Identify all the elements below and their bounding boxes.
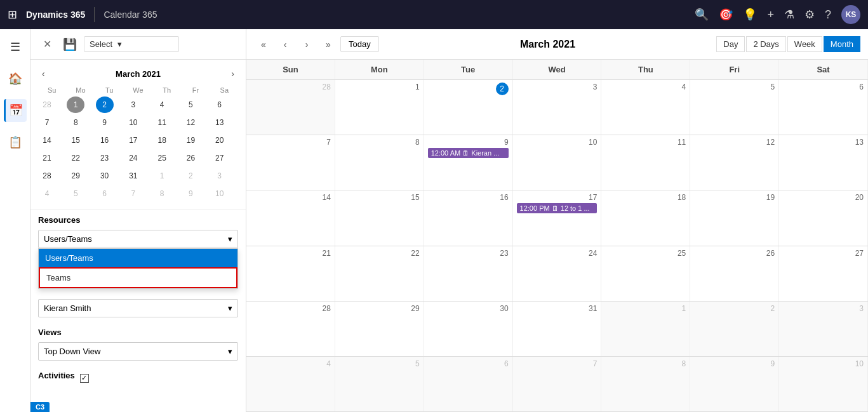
prev-month-button[interactable]: ‹ [38,67,49,80]
mini-day-10[interactable]: 10 [124,114,142,131]
search-icon[interactable]: 🔍 [695,8,709,22]
mini-day-6-next[interactable]: 6 [96,185,114,202]
cal-day-30[interactable]: 30 [424,302,513,356]
mini-day-4[interactable]: 4 [153,96,171,113]
mini-day-24[interactable]: 24 [124,150,142,166]
cal-day-8[interactable]: 8 [335,135,424,190]
cal-day-22[interactable]: 22 [335,246,424,301]
cal-day-4[interactable]: 4 [601,80,690,135]
view-week-button[interactable]: Week [787,36,822,52]
mini-day-3[interactable]: 3 [124,96,142,113]
cal-day-6[interactable]: 6 [779,80,868,135]
mini-day-26[interactable]: 26 [182,150,199,166]
mini-day-8[interactable]: 8 [67,114,84,131]
view-month-button[interactable]: Month [824,36,860,52]
mini-day-1-next[interactable]: 1 [153,168,171,184]
cal-day-18[interactable]: 18 [601,190,690,245]
cal-day-12[interactable]: 12 [690,135,779,190]
cal-day-17[interactable]: 17 12:00 PM 🗓 12 to 1 ... [513,190,602,245]
cal-day-10-next[interactable]: 10 [779,357,868,411]
resources-option-users-teams[interactable]: Users/Teams [39,249,237,267]
resources-option-teams[interactable]: Teams [39,267,237,288]
mini-day-28[interactable]: 28 [38,168,56,184]
today-button[interactable]: Today [340,36,379,52]
cal-day-2-next[interactable]: 2 [690,302,779,356]
next-month-button[interactable]: › [227,67,238,80]
mini-day-9[interactable]: 9 [96,114,114,131]
cal-day-16[interactable]: 16 [424,190,513,245]
cal-day-28-prev[interactable]: 28 [246,80,335,135]
mini-day-6[interactable]: 6 [211,96,229,113]
mini-day-2[interactable]: 2 [96,96,114,113]
settings-icon[interactable]: ⚙ [805,8,815,22]
plus-icon[interactable]: + [767,8,774,22]
avatar[interactable]: KS [841,5,860,24]
save-button[interactable]: 💾 [61,36,79,53]
resources-dropdown[interactable]: Users/Teams ▾ [38,230,238,248]
mini-day-25[interactable]: 25 [153,150,171,166]
cal-day-21[interactable]: 21 [246,246,335,301]
mini-day-7-next[interactable]: 7 [124,185,142,202]
mini-day-15[interactable]: 15 [67,132,84,149]
mini-day-23[interactable]: 23 [96,150,114,166]
cal-day-9[interactable]: 9 12:00 AM 🗓 Kieran ... [424,135,513,190]
cal-day-28b[interactable]: 28 [246,302,335,356]
person-dropdown[interactable]: Kieran Smith ▾ [38,299,238,317]
cal-day-25[interactable]: 25 [601,246,690,301]
calendar-icon[interactable]: 📅 [4,99,27,122]
cal-event-17[interactable]: 12:00 PM 🗓 12 to 1 ... [517,203,598,213]
close-button[interactable]: ✕ [38,36,56,53]
cal-day-3-next[interactable]: 3 [779,302,868,356]
target-icon[interactable]: 🎯 [719,8,733,22]
mini-day-28-prev[interactable]: 28 [38,96,56,113]
cal-day-2[interactable]: 2 [424,80,513,135]
cal-day-13[interactable]: 13 [779,135,868,190]
mini-day-9-next[interactable]: 9 [182,185,199,202]
mini-day-27[interactable]: 27 [211,150,229,166]
mini-day-1[interactable]: 1 [67,96,84,113]
cal-day-29[interactable]: 29 [335,302,424,356]
mini-day-19[interactable]: 19 [182,132,199,149]
home-icon[interactable]: 🏠 [4,67,27,90]
cal-day-26[interactable]: 26 [690,246,779,301]
filter-icon[interactable]: ⚗ [784,8,794,22]
mini-day-12[interactable]: 12 [182,114,199,131]
cal-day-7[interactable]: 7 [246,135,335,190]
cal-prev-button[interactable]: ‹ [276,35,295,54]
cal-day-6-next[interactable]: 6 [424,357,513,411]
mini-day-31[interactable]: 31 [124,168,142,184]
cal-day-15[interactable]: 15 [335,190,424,245]
mini-day-16[interactable]: 16 [96,132,114,149]
bulb-icon[interactable]: 💡 [743,8,757,22]
mini-day-5-next[interactable]: 5 [67,185,84,202]
cal-next-button[interactable]: › [297,35,316,54]
cal-day-8-next[interactable]: 8 [601,357,690,411]
mini-day-18[interactable]: 18 [153,132,171,149]
mini-day-7[interactable]: 7 [38,114,56,131]
mini-day-30[interactable]: 30 [96,168,114,184]
mini-day-14[interactable]: 14 [38,132,56,149]
cal-day-5-next[interactable]: 5 [335,357,424,411]
cal-day-31[interactable]: 31 [513,302,602,356]
cal-day-14[interactable]: 14 [246,190,335,245]
cal-day-7-next[interactable]: 7 [513,357,602,411]
cal-day-11[interactable]: 11 [601,135,690,190]
mini-day-10-next[interactable]: 10 [211,185,229,202]
cal-day-1[interactable]: 1 [335,80,424,135]
cal-day-10[interactable]: 10 [513,135,602,190]
cal-day-19[interactable]: 19 [690,190,779,245]
mini-day-17[interactable]: 17 [124,132,142,149]
help-icon[interactable]: ? [825,8,831,22]
cal-day-20[interactable]: 20 [779,190,868,245]
select-dropdown[interactable]: Select ▾ [84,36,179,52]
activities-checkbox[interactable]: ✓ [80,374,89,383]
view-day-button[interactable]: Day [716,36,745,52]
hamburger-menu-icon[interactable]: ☰ [4,36,27,58]
mini-day-2-next[interactable]: 2 [182,168,199,184]
cal-day-1-next[interactable]: 1 [601,302,690,356]
app-grid-icon[interactable]: ⊞ [8,8,17,22]
mini-day-22[interactable]: 22 [67,150,84,166]
views-dropdown[interactable]: Top Down View ▾ [38,342,238,361]
mini-day-8-next[interactable]: 8 [153,185,171,202]
view-2days-button[interactable]: 2 Days [746,36,785,52]
